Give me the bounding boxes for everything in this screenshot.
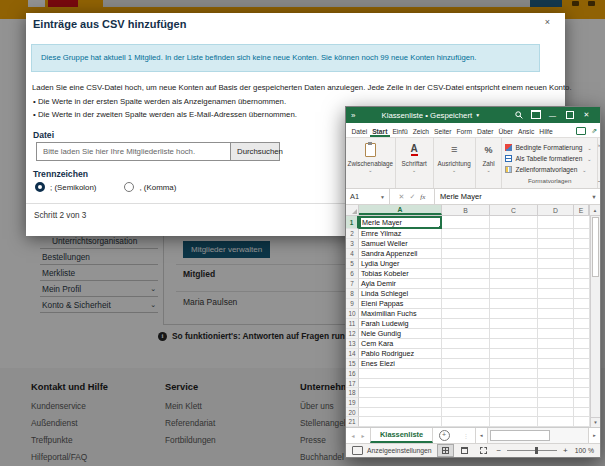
- cell-A13[interactable]: Cem Kara: [359, 339, 442, 349]
- page-break-view-button[interactable]: [475, 444, 492, 457]
- cell-B3[interactable]: [442, 239, 490, 249]
- row-header-4[interactable]: 4: [346, 249, 359, 259]
- cancel-icon[interactable]: ✕: [399, 193, 405, 201]
- cell-C10[interactable]: [490, 309, 538, 319]
- cell-E21[interactable]: [574, 417, 590, 427]
- cell-C2[interactable]: [490, 229, 538, 239]
- enter-icon[interactable]: ✓: [409, 193, 415, 201]
- cell-C13[interactable]: [490, 339, 538, 349]
- cell-B12[interactable]: [442, 329, 490, 339]
- cell-C5[interactable]: [490, 259, 538, 269]
- cell-A1[interactable]: Merle Mayer: [359, 216, 442, 229]
- share-icon[interactable]: ⇗: [591, 128, 597, 134]
- zoom-in-button[interactable]: +: [563, 446, 568, 455]
- cell-D9[interactable]: [538, 299, 574, 309]
- column-header-e[interactable]: E: [574, 205, 589, 215]
- cell-D21[interactable]: [538, 417, 574, 427]
- cell-A20[interactable]: [359, 408, 442, 418]
- cell-E7[interactable]: [574, 279, 590, 289]
- cell-A15[interactable]: Enes Elezi: [359, 359, 442, 369]
- cell-C4[interactable]: [490, 249, 538, 259]
- cell-D13[interactable]: [538, 339, 574, 349]
- ribbon-tab-dater[interactable]: Dater: [475, 128, 496, 137]
- horizontal-scrollbar[interactable]: ◄ ►: [475, 428, 600, 443]
- cell-D11[interactable]: [538, 319, 574, 329]
- prev-sheet-icon[interactable]: ◄: [351, 433, 356, 439]
- cell-C21[interactable]: [490, 417, 538, 427]
- cell-B2[interactable]: [442, 229, 490, 239]
- cell-A3[interactable]: Samuel Weller: [359, 239, 442, 249]
- zoom-slider-thumb[interactable]: [535, 447, 538, 454]
- cell-B5[interactable]: [442, 259, 490, 269]
- page-layout-view-button[interactable]: [456, 444, 473, 457]
- cell-D1[interactable]: [538, 216, 574, 229]
- quick-access-chevron-icon[interactable]: »: [351, 111, 355, 120]
- maximize-icon[interactable]: [561, 111, 578, 120]
- scroll-down-icon[interactable]: ▼: [591, 417, 600, 427]
- minimize-icon[interactable]: —: [544, 112, 561, 119]
- cell-C7[interactable]: [490, 279, 538, 289]
- cell-E8[interactable]: [574, 289, 590, 299]
- cell-E4[interactable]: [574, 249, 590, 259]
- conditional-formatting-button[interactable]: Bedingte Formatierung ⌄: [505, 142, 591, 153]
- cell-E10[interactable]: [574, 309, 590, 319]
- cell-B13[interactable]: [442, 339, 490, 349]
- cell-B9[interactable]: [442, 299, 490, 309]
- cell-E2[interactable]: [574, 229, 590, 239]
- cell-E16[interactable]: [574, 369, 590, 379]
- row-header-7[interactable]: 7: [346, 279, 359, 289]
- close-icon[interactable]: ×: [539, 16, 556, 28]
- row-header-5[interactable]: 5: [346, 259, 359, 269]
- row-header-14[interactable]: 14: [346, 349, 359, 359]
- cell-D17[interactable]: [538, 379, 574, 389]
- row-header-8[interactable]: 8: [346, 289, 359, 299]
- vertical-scrollbar[interactable]: ▼: [590, 216, 600, 427]
- cell-D3[interactable]: [538, 239, 574, 249]
- cell-C17[interactable]: [490, 379, 538, 389]
- cell-A8[interactable]: Linda Schlegel: [359, 289, 442, 299]
- cell-E18[interactable]: [574, 388, 590, 398]
- row-header-13[interactable]: 13: [346, 339, 359, 349]
- cell-D14[interactable]: [538, 349, 574, 359]
- zoom-out-button[interactable]: −: [496, 446, 501, 455]
- cell-A17[interactable]: [359, 379, 442, 389]
- cell-styles-button[interactable]: Zellenformatvorlagen ⌄: [505, 164, 586, 175]
- cell-A5[interactable]: Lydia Unger: [359, 259, 442, 269]
- row-header-11[interactable]: 11: [346, 319, 359, 329]
- cell-A16[interactable]: [359, 369, 442, 379]
- cell-D16[interactable]: [538, 369, 574, 379]
- column-header-b[interactable]: B: [442, 205, 490, 215]
- cell-A4[interactable]: Sandra Appenzell: [359, 249, 442, 259]
- cell-E6[interactable]: [574, 269, 590, 279]
- cell-A9[interactable]: Eleni Pappas: [359, 299, 442, 309]
- row-header-18[interactable]: 18: [346, 388, 359, 398]
- cell-B6[interactable]: [442, 269, 490, 279]
- zoom-slider[interactable]: [507, 450, 557, 451]
- cell-E17[interactable]: [574, 379, 590, 389]
- cell-B17[interactable]: [442, 379, 490, 389]
- normal-view-button[interactable]: [437, 444, 454, 457]
- ribbon-tab-start[interactable]: Start: [370, 128, 390, 137]
- cell-B21[interactable]: [442, 417, 490, 427]
- cell-E13[interactable]: [574, 339, 590, 349]
- cell-D10[interactable]: [538, 309, 574, 319]
- cell-A2[interactable]: Emre Yilmaz: [359, 229, 442, 239]
- row-header-19[interactable]: 19: [346, 398, 359, 408]
- cell-C9[interactable]: [490, 299, 538, 309]
- cell-B15[interactable]: [442, 359, 490, 369]
- close-window-icon[interactable]: ✕: [578, 111, 595, 119]
- row-header-3[interactable]: 3: [346, 239, 359, 249]
- ribbon-more-icon[interactable]: ›: [598, 142, 600, 148]
- row-header-20[interactable]: 20: [346, 408, 359, 418]
- cell-C1[interactable]: [490, 216, 538, 229]
- row-header-10[interactable]: 10: [346, 309, 359, 319]
- cell-E1[interactable]: [574, 216, 590, 229]
- cell-E19[interactable]: [574, 398, 590, 408]
- cell-D12[interactable]: [538, 329, 574, 339]
- cell-D19[interactable]: [538, 398, 574, 408]
- cell-C8[interactable]: [490, 289, 538, 299]
- cell-E20[interactable]: [574, 408, 590, 418]
- cell-B8[interactable]: [442, 289, 490, 299]
- row-header-15[interactable]: 15: [346, 359, 359, 369]
- cell-A19[interactable]: [359, 398, 442, 408]
